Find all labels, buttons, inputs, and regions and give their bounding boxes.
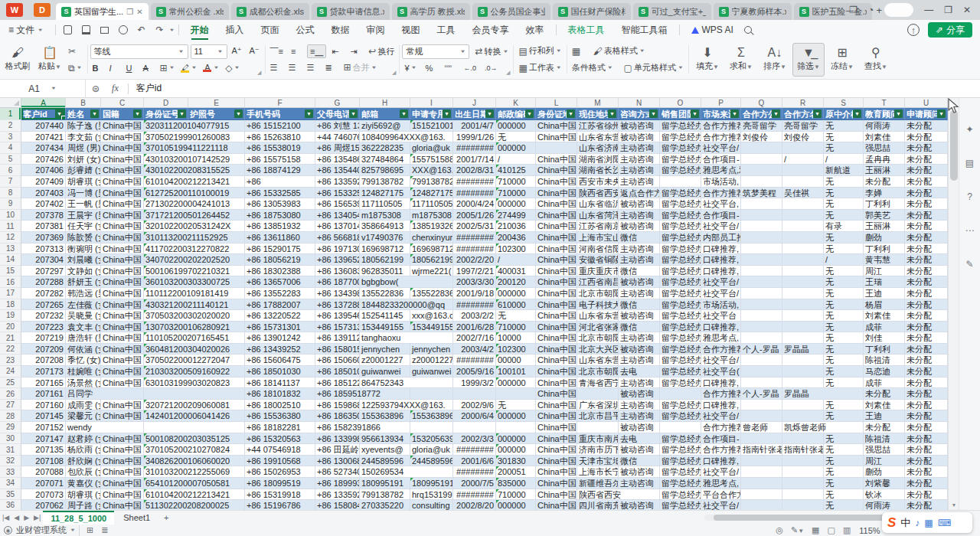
row-header-32[interactable]: 32	[0, 456, 21, 467]
cell-G11[interactable]: +86 1370140948	[315, 221, 360, 232]
cell-T35[interactable]: 钦冰	[864, 489, 905, 501]
cell-O7[interactable]	[660, 176, 701, 188]
pen-mode-icon[interactable]: ✎▼	[791, 525, 804, 535]
cell-U11[interactable]: 未分配	[905, 221, 948, 232]
cell-J14[interactable]: 2002/2/20	[453, 254, 496, 266]
cell-K12[interactable]: 200436	[496, 232, 536, 243]
cell-S6[interactable]: 新航道	[824, 165, 864, 176]
menu-item-8[interactable]: 会员专享	[464, 20, 518, 40]
cell-C6[interactable]: China中国	[101, 165, 144, 176]
font-color-button[interactable]: A▼	[201, 61, 221, 75]
cell-Q32[interactable]	[741, 456, 782, 467]
cell-O17[interactable]: 留学总经办	[660, 288, 701, 299]
cell-F35[interactable]: +86 15319918	[245, 489, 315, 501]
cell-M21[interactable]: 北京市朝阳	[577, 332, 619, 344]
cell-U5[interactable]: 未分配	[905, 154, 948, 165]
ime-keyboard-icon[interactable]: ⌨	[938, 518, 951, 528]
cell-G17[interactable]: +86 1343982452	[315, 288, 360, 299]
row-header-11[interactable]: 11	[0, 221, 21, 232]
table-header-cell-C[interactable]: 国籍▼	[101, 108, 144, 120]
cell-M34[interactable]: 新疆维吾尔	[577, 478, 619, 489]
cell-H25[interactable]: 864752343	[360, 377, 453, 389]
cell-T22[interactable]: 丁利利	[864, 344, 905, 355]
cell-G21[interactable]: +86 1391129694	[315, 332, 360, 344]
cell-J20[interactable]: 2001/6/28	[453, 322, 496, 333]
cell-F22[interactable]: +86 13439252	[245, 344, 315, 355]
cell-P36[interactable]: 社交平台/	[701, 500, 741, 510]
cell-I2[interactable]: 151521001	[410, 120, 453, 132]
align-middle-icon[interactable]: ≡	[289, 44, 304, 58]
cell-B18[interactable]: 左佳薇 (女	[66, 299, 101, 311]
cell-M30[interactable]: 重庆市南岸	[577, 433, 619, 445]
cell-F23[interactable]: +86 15606475	[245, 355, 315, 366]
cell-D13[interactable]: 411702200312270822	[144, 243, 245, 255]
cell-S24[interactable]: 无	[824, 366, 864, 377]
cell-R24[interactable]	[782, 366, 824, 377]
cell-H2[interactable]: ziyi5692@	[360, 120, 410, 132]
cell-P27[interactable]: 口碑推荐,	[701, 400, 741, 411]
cell-T17[interactable]: 王迪	[864, 288, 905, 299]
cell-U29[interactable]: 未分配	[905, 422, 948, 433]
cell-U16[interactable]: 未分配	[905, 276, 948, 288]
cell-U32[interactable]: 未分配	[905, 456, 948, 467]
cell-B28[interactable]: 梁馨元 (女	[66, 410, 101, 422]
cell-K31[interactable]: 000000	[496, 444, 536, 456]
cell-N19[interactable]: 被动咨询	[619, 310, 660, 322]
cell-G24[interactable]: +86 1850103098	[315, 366, 360, 377]
cell-H6[interactable]: 825798695	[360, 165, 410, 176]
cell-S10[interactable]: 无	[824, 210, 864, 221]
cell-I30[interactable]: 153205639	[410, 433, 453, 445]
scroll-down-icon[interactable]: ▼	[949, 499, 959, 510]
cell-F16[interactable]: +86 13657006	[245, 276, 315, 288]
cell-M25[interactable]: 青海省西宁	[577, 377, 619, 389]
cell-S28[interactable]: 无	[824, 410, 864, 422]
cell-A20[interactable]: 207223	[21, 322, 66, 333]
cell-U15[interactable]: 未分配	[905, 266, 948, 277]
cell-H7[interactable]: 799138782	[360, 176, 410, 188]
cell-U4[interactable]: 未分配	[905, 142, 948, 154]
cell-D26[interactable]	[144, 388, 245, 400]
page-break-view-icon[interactable]: ▥	[843, 525, 851, 535]
cell-F26[interactable]: +86 18101832	[245, 388, 315, 400]
strikethrough-button[interactable]: A	[141, 61, 156, 75]
cell-K26[interactable]	[496, 388, 536, 400]
cell-K21[interactable]: 10000	[496, 332, 536, 344]
filter-dropdown-icon[interactable]: ▼	[55, 109, 64, 118]
cell-N30[interactable]: 去电	[619, 433, 660, 445]
cell-G14[interactable]: +86 1396522100	[315, 254, 360, 266]
cell-M20[interactable]: 河北省张家	[577, 322, 619, 333]
cell-G19[interactable]: +86 1395468251	[315, 310, 360, 322]
cell-N15[interactable]: 微信	[619, 266, 660, 277]
row-header-33[interactable]: 33	[0, 466, 21, 478]
cell-J30[interactable]: 2002/3/3	[453, 433, 496, 445]
file-tab-4[interactable]: S高学历 教授.xlsx	[392, 3, 470, 20]
cell-R34[interactable]	[782, 478, 824, 489]
cell-B4[interactable]: 周煜 (男)	[66, 142, 101, 154]
justify-icon[interactable]: ≣	[323, 60, 338, 74]
cell-C15[interactable]: China中国	[101, 266, 144, 277]
cell-Q20[interactable]	[741, 322, 782, 333]
cell-G26[interactable]: +86 1859518772	[315, 388, 410, 400]
cell-D7[interactable]: 610104200212213421	[144, 176, 245, 188]
cell-T3[interactable]: 刘素佳	[864, 132, 905, 143]
cell-R21[interactable]	[782, 332, 824, 344]
cell-H36[interactable]: 270335220	[360, 500, 410, 510]
cell-O12[interactable]: 留学总经办	[660, 232, 701, 243]
skin-icon[interactable]: ◔	[868, 5, 874, 15]
cell-I26[interactable]	[410, 388, 453, 400]
filter-dropdown-icon[interactable]: ▼	[567, 109, 575, 118]
column-header-K[interactable]: K	[496, 98, 536, 107]
cell-N24[interactable]: 去电	[619, 366, 660, 377]
freeze-button[interactable]: ⊞冻结▼	[826, 43, 858, 77]
cell-J17[interactable]: 2001/9/18	[453, 288, 496, 299]
column-header-L[interactable]: L	[536, 98, 577, 107]
cell-H3[interactable]: 108409964XXX@163.	[360, 132, 453, 143]
cell-H31[interactable]: xyevents@	[360, 444, 410, 456]
cell-G30[interactable]: +86 1339985047	[315, 433, 360, 445]
cell-P12[interactable]: 内部员工推	[701, 232, 741, 243]
cell-G36[interactable]: +86 1580841990	[315, 500, 360, 510]
column-header-G[interactable]: G	[315, 98, 360, 107]
row-header-16[interactable]: 16	[0, 276, 21, 288]
cell-L8[interactable]: China中国	[536, 188, 577, 199]
cell-Q25[interactable]	[741, 377, 782, 389]
